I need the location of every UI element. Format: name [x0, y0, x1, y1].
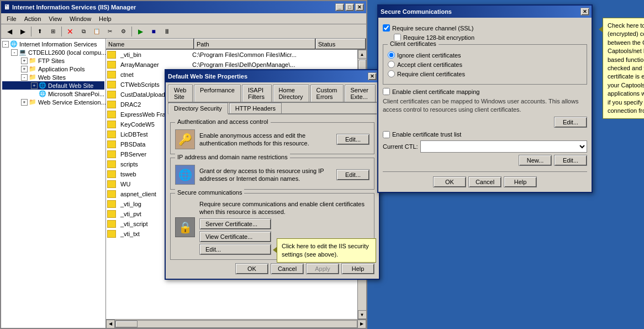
h-scroll-track[interactable]: [115, 320, 357, 328]
enable-mapping-checkbox[interactable]: [383, 88, 390, 95]
secure-ok-button[interactable]: OK: [433, 176, 466, 187]
folder-icon: [107, 111, 116, 118]
tree-default-site[interactable]: + 🌐 Default Web Site: [2, 81, 104, 90]
list-item[interactable]: _vti_bin C:\Program Files\Common Files\M…: [106, 50, 357, 60]
pause-button[interactable]: ⏸: [161, 26, 173, 37]
tab-homedir[interactable]: Home Directory: [273, 85, 309, 102]
show-hide-button[interactable]: ⊞: [47, 26, 59, 37]
webservice-toggle[interactable]: +: [21, 99, 28, 106]
view-cert-button[interactable]: View Certificate...: [199, 231, 271, 242]
server-toggle[interactable]: -: [11, 49, 18, 56]
list-item[interactable]: ArrayManager C:\Program Files\Dell\OpenM…: [106, 60, 357, 70]
tab-server-ext[interactable]: Server Exte...: [345, 85, 376, 102]
current-ctl-dropdown[interactable]: [420, 140, 587, 153]
play-button[interactable]: ▶: [134, 26, 146, 37]
tree-apppools[interactable]: + 📁 Application Pools: [2, 65, 104, 73]
secure-close-button[interactable]: ✕: [580, 8, 589, 15]
col-path[interactable]: Path: [194, 39, 316, 49]
properties-button[interactable]: ⚙: [117, 26, 129, 37]
ftp-toggle[interactable]: +: [21, 58, 28, 64]
forward-button[interactable]: ▶: [17, 26, 29, 37]
tab-customer-errors[interactable]: Custom Errors: [310, 85, 344, 102]
enable-trust-checkbox[interactable]: [383, 131, 390, 138]
accept-cert-label: Accept client certificates: [397, 61, 462, 68]
require-ssl-checkbox[interactable]: [383, 24, 390, 32]
scroll-right[interactable]: ▶: [357, 320, 366, 328]
col-name[interactable]: Name: [106, 39, 194, 49]
edit-ctl-button[interactable]: Edit...: [554, 155, 587, 166]
tree-websites[interactable]: - 📁 Web Sites: [2, 73, 104, 81]
paste-button[interactable]: 📋: [91, 26, 103, 37]
tree-webservice[interactable]: + 📁 Web Service Extension...: [2, 98, 104, 106]
tab-http-headers[interactable]: HTTP Headers: [229, 103, 282, 113]
maximize-button[interactable]: □: [345, 3, 354, 11]
h-scroll-thumb[interactable]: [115, 321, 138, 327]
new-ctl-button[interactable]: New...: [519, 155, 552, 166]
close-button[interactable]: ✕: [355, 3, 364, 11]
apppool-toggle[interactable]: +: [21, 66, 28, 72]
computer-icon: 💻: [19, 49, 27, 56]
folder-icon: [107, 130, 116, 138]
folder-icon: [107, 91, 116, 98]
tree-root[interactable]: - 🌐 Internet Information Services: [2, 40, 104, 48]
enable-mapping-row: Enable client certificate mapping: [383, 88, 587, 95]
iis-title-icon: 🖥: [3, 3, 10, 11]
tree-ftp[interactable]: + 📁 FTP Sites: [2, 56, 104, 65]
props-help-button[interactable]: Help: [341, 263, 374, 274]
tab-isapi[interactable]: ISAPI Filters: [242, 85, 272, 102]
secure-edit-button[interactable]: Edit...: [199, 244, 271, 255]
auth-group-box: Authentication and access control 🔑 Enab…: [170, 122, 374, 154]
edit-mapping-button[interactable]: Edit...: [554, 117, 587, 128]
auth-icon: 🔑: [175, 129, 195, 149]
col-status[interactable]: Status: [316, 39, 366, 49]
menu-action[interactable]: Action: [21, 15, 45, 23]
cut-button[interactable]: ✂: [104, 26, 116, 37]
require-ssl-label: Require secure channel (SSL): [392, 25, 473, 32]
folder-icon: [107, 101, 116, 108]
accept-cert-radio[interactable]: [388, 61, 395, 68]
apppool-icon: 📁: [29, 65, 36, 72]
stop-button[interactable]: ■: [147, 26, 160, 37]
delete-button[interactable]: ✕: [64, 26, 76, 37]
tab-row-2: Directory Security HTTP Headers: [168, 103, 377, 114]
props-ok-button[interactable]: OK: [235, 263, 268, 274]
secure-cancel-button[interactable]: Cancel: [468, 176, 502, 187]
props-cancel-button[interactable]: Cancel: [271, 263, 304, 274]
auth-edit-button[interactable]: Edit...: [336, 134, 369, 145]
up-button[interactable]: ⬆: [34, 26, 46, 37]
menu-window[interactable]: Window: [66, 15, 94, 23]
ignore-cert-radio[interactable]: [388, 51, 395, 59]
minimize-button[interactable]: _: [335, 3, 344, 11]
copy-button[interactable]: ⧉: [77, 26, 89, 37]
scroll-down[interactable]: ▼: [358, 310, 367, 319]
tab-performance[interactable]: Performance: [194, 85, 241, 102]
props-bottom-buttons: OK Cancel Apply Help: [170, 263, 374, 274]
tree-server[interactable]: - 💻 CTDELL2600 (local compu...: [2, 48, 104, 56]
props-close-button[interactable]: ✕: [368, 72, 377, 80]
ip-edit-button[interactable]: Edit...: [336, 169, 369, 180]
tab-website[interactable]: Web Site: [168, 85, 193, 102]
tab-dir-security[interactable]: Directory Security: [168, 103, 228, 114]
folder-icon: [107, 170, 116, 178]
scroll-left[interactable]: ◀: [106, 320, 115, 328]
accept-cert-row: Accept client certificates: [388, 61, 582, 68]
menu-help[interactable]: Help: [96, 15, 115, 23]
h-scrollbar[interactable]: ◀ ▶: [106, 319, 366, 328]
props-apply-button[interactable]: Apply: [306, 263, 339, 274]
sharepoint-icon: 🌐: [39, 90, 46, 97]
edit-tooltip-text: Click here to edit the IIS security sett…: [282, 243, 369, 258]
default-site-toggle[interactable]: +: [31, 82, 38, 89]
root-toggle[interactable]: -: [2, 41, 9, 48]
websites-toggle[interactable]: -: [21, 74, 28, 81]
server-cert-button[interactable]: Server Certificate...: [199, 218, 271, 229]
require-cert-radio[interactable]: [388, 70, 395, 77]
menu-view[interactable]: View: [45, 15, 65, 23]
tree-sharepoint[interactable]: 🌐 Microsoft SharePoi...: [2, 90, 104, 98]
iis-title-bar: 🖥 Internet Information Services (IIS) Ma…: [1, 1, 366, 13]
menu-file[interactable]: File: [3, 15, 20, 23]
back-button[interactable]: ◀: [3, 26, 15, 37]
secure-title-text: Secure Communications: [381, 8, 452, 15]
tab-bar-1: Web Site Performance ISAPI Filters Home …: [166, 82, 379, 114]
secure-help-button[interactable]: Help: [504, 176, 537, 187]
scroll-up[interactable]: ▲: [358, 50, 367, 59]
